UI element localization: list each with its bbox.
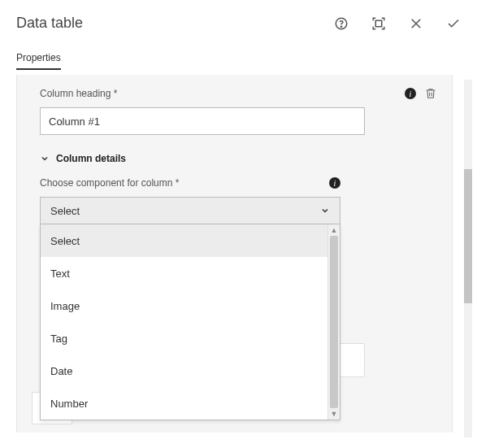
help-icon[interactable] bbox=[334, 16, 349, 31]
column-heading-input[interactable] bbox=[40, 107, 365, 135]
svg-rect-2 bbox=[375, 20, 382, 27]
dropdown-option[interactable]: Select bbox=[41, 224, 327, 257]
panel-scroll-thumb[interactable] bbox=[464, 169, 472, 303]
properties-panel: A Column heading * i Column details Choo… bbox=[16, 75, 453, 433]
component-select-value: Select bbox=[50, 205, 80, 217]
panel-scrollbar[interactable] bbox=[464, 80, 472, 437]
scroll-up-icon[interactable]: ▲ bbox=[328, 224, 340, 236]
close-icon[interactable] bbox=[409, 16, 423, 31]
component-label-row: Choose component for column * i bbox=[40, 177, 340, 189]
tab-properties[interactable]: Properties bbox=[16, 52, 61, 70]
fullscreen-icon[interactable] bbox=[371, 16, 386, 31]
confirm-icon[interactable] bbox=[446, 16, 461, 31]
dialog-header: Data table bbox=[0, 0, 477, 40]
dropdown-option[interactable]: Image bbox=[41, 289, 327, 322]
svg-point-1 bbox=[340, 26, 341, 27]
component-label: Choose component for column * bbox=[40, 177, 179, 189]
chevron-down-icon bbox=[40, 154, 50, 163]
dropdown-option[interactable]: Text bbox=[41, 257, 327, 289]
header-actions bbox=[334, 16, 461, 31]
dialog-title: Data table bbox=[16, 15, 334, 32]
scroll-track[interactable] bbox=[328, 236, 340, 408]
column-heading-label: Column heading * bbox=[40, 88, 117, 99]
dropdown-scrollbar[interactable]: ▲ ▼ bbox=[327, 224, 340, 420]
scroll-thumb[interactable] bbox=[330, 236, 338, 408]
info-icon[interactable]: i bbox=[405, 88, 416, 99]
delete-icon[interactable] bbox=[424, 86, 437, 101]
scroll-down-icon[interactable]: ▼ bbox=[328, 408, 340, 420]
tabs: Properties bbox=[0, 40, 477, 70]
column-heading-row: Column heading * i bbox=[40, 86, 437, 101]
dropdown-option[interactable]: Date bbox=[41, 354, 327, 387]
column-details-title: Column details bbox=[56, 153, 126, 164]
component-select: Select Select Text Image Tag Date Number… bbox=[40, 197, 340, 224]
dropdown-option[interactable]: Tag bbox=[41, 322, 327, 354]
chevron-down-icon bbox=[320, 206, 330, 215]
component-dropdown: Select Text Image Tag Date Number ▲ ▼ bbox=[40, 224, 340, 420]
column-details-toggle[interactable]: Column details bbox=[40, 153, 437, 164]
info-icon[interactable]: i bbox=[329, 177, 340, 189]
dropdown-option[interactable]: Number bbox=[41, 387, 327, 420]
component-select-box[interactable]: Select bbox=[40, 197, 340, 224]
